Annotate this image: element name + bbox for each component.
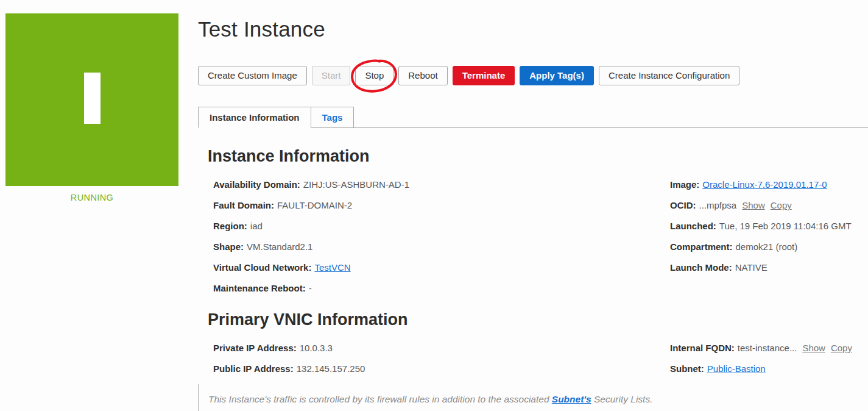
start-button-wrap: Start xyxy=(312,66,351,85)
instance-fields-right: Image:Oracle-Linux-7.6-2019.01.17-0OCID:… xyxy=(670,179,868,304)
vnic-fields-left: Private IP Address:10.0.3.3Public IP Add… xyxy=(213,343,670,384)
field-value: iad xyxy=(250,221,263,231)
start-button: Start xyxy=(312,66,351,85)
field-row-virtual-cloud-network: Virtual Cloud Network:TestVCN xyxy=(213,262,670,283)
reboot-button-wrap: Reboot xyxy=(398,66,447,85)
field-row-internal-fqdn: Internal FQDN:test-instance...ShowCopy xyxy=(670,343,868,363)
create-instance-configuration-button-wrap: Create Instance Configuration xyxy=(599,66,739,85)
apply-tag-s-button[interactable]: Apply Tag(s) xyxy=(520,66,594,85)
copy-link[interactable]: Copy xyxy=(771,200,792,210)
instance-fields-left: Availability Domain:ZIHJ:US-ASHBURN-AD-1… xyxy=(213,179,670,304)
field-value: 10.0.3.3 xyxy=(300,343,333,353)
show-link[interactable]: Show xyxy=(802,343,825,353)
field-row-subnet: Subnet:Public-Bastion xyxy=(670,363,868,384)
field-value: FAULT-DOMAIN-2 xyxy=(277,200,352,210)
terminate-button-wrap: Terminate xyxy=(453,66,515,85)
field-label: Maintenance Reboot: xyxy=(213,283,306,293)
field-label: Launched: xyxy=(670,221,716,231)
field-row-launched: Launched:Tue, 19 Feb 2019 11:04:16 GMT xyxy=(670,221,868,241)
terminate-button[interactable]: Terminate xyxy=(453,66,515,85)
field-label: Subnet: xyxy=(670,363,704,374)
firewall-note-text-before: This Instance's traffic is controlled by… xyxy=(208,394,552,404)
field-label: Fault Domain: xyxy=(213,200,274,210)
field-label: Availability Domain: xyxy=(213,179,300,190)
show-link[interactable]: Show xyxy=(742,200,765,210)
field-label: Private IP Address: xyxy=(213,343,297,353)
subnet-link[interactable]: Subnet's xyxy=(552,394,591,404)
public-bastion-link[interactable]: Public-Bastion xyxy=(707,363,766,374)
apply-tag-s-button-wrap: Apply Tag(s) xyxy=(520,66,594,85)
field-value: NATIVE xyxy=(735,262,767,273)
field-label: Internal FQDN: xyxy=(670,343,735,353)
field-row-maintenance-reboot: Maintenance Reboot:- xyxy=(213,283,670,304)
field-value: VM.Standard2.1 xyxy=(247,241,312,252)
instance-state-icon xyxy=(5,13,178,186)
field-value: test-instance... xyxy=(738,343,797,353)
oracle-linux-7-6-2019-01-17-0-link[interactable]: Oracle-Linux-7.6-2019.01.17-0 xyxy=(702,179,827,190)
field-row-fault-domain: Fault Domain:FAULT-DOMAIN-2 xyxy=(213,200,670,221)
instance-status-label: RUNNING xyxy=(5,193,178,202)
field-row-launch-mode: Launch Mode:NATIVE xyxy=(670,262,868,283)
field-label: Region: xyxy=(213,221,247,231)
stop-button-wrap: Stop xyxy=(355,66,393,85)
field-row-availability-domain: Availability Domain:ZIHJ:US-ASHBURN-AD-1 xyxy=(213,179,670,200)
field-label: Shape: xyxy=(213,241,244,252)
field-row-image: Image:Oracle-Linux-7.6-2019.01.17-0 xyxy=(670,179,868,200)
instance-detail-panel: Test Instance Create Custom ImageStartSt… xyxy=(198,0,868,411)
tab-bar: Instance InformationTags xyxy=(198,107,868,128)
field-row-region: Region:iad xyxy=(213,221,670,241)
reboot-button[interactable]: Reboot xyxy=(398,66,447,85)
field-value: ZIHJ:US-ASHBURN-AD-1 xyxy=(303,179,409,190)
field-row-compartment: Compartment:demok21 (root) xyxy=(670,241,868,262)
field-value: 132.145.157.250 xyxy=(297,363,365,374)
field-value: - xyxy=(309,283,312,293)
field-row-public-ip-address: Public IP Address:132.145.157.250 xyxy=(213,363,670,384)
field-value: demok21 (root) xyxy=(736,241,798,252)
field-row-shape: Shape:VM.Standard2.1 xyxy=(213,241,670,262)
field-label: Compartment: xyxy=(670,241,733,252)
firewall-note-text-after: Security Lists. xyxy=(591,394,653,404)
section-heading-primary-vnic: Primary VNIC Information xyxy=(208,311,868,328)
firewall-note: This Instance's traffic is controlled by… xyxy=(198,384,868,411)
field-label: Image: xyxy=(670,179,699,190)
field-label: Public IP Address: xyxy=(213,363,294,374)
field-row-private-ip-address: Private IP Address:10.0.3.3 xyxy=(213,343,670,363)
vnic-fields-right: Internal FQDN:test-instance...ShowCopySu… xyxy=(670,343,868,384)
copy-link[interactable]: Copy xyxy=(831,343,852,353)
field-value: Tue, 19 Feb 2019 11:04:16 GMT xyxy=(719,221,852,231)
create-custom-image-button[interactable]: Create Custom Image xyxy=(198,66,307,85)
field-value: ...mpfpsa xyxy=(699,200,737,210)
field-label: Virtual Cloud Network: xyxy=(213,262,311,273)
section-primary-vnic: Primary VNIC Information Private IP Addr… xyxy=(198,311,868,384)
tab-tags[interactable]: Tags xyxy=(311,107,355,127)
create-instance-configuration-button[interactable]: Create Instance Configuration xyxy=(599,66,739,85)
instance-state-rail: RUNNING xyxy=(0,0,189,411)
page-title: Test Instance xyxy=(198,15,868,44)
action-bar: Create Custom ImageStartStopRebootTermin… xyxy=(198,66,868,85)
section-instance-information: Instance Information Availability Domain… xyxy=(198,148,868,304)
instance-glyph-bar xyxy=(84,73,101,124)
field-label: Launch Mode: xyxy=(670,262,732,273)
stop-button[interactable]: Stop xyxy=(355,66,393,85)
field-row-ocid: OCID:...mpfpsaShowCopy xyxy=(670,200,868,221)
testvcn-link[interactable]: TestVCN xyxy=(314,262,350,273)
create-custom-image-button-wrap: Create Custom Image xyxy=(198,66,307,85)
section-heading-instance-information: Instance Information xyxy=(208,148,868,165)
tab-instance-information[interactable]: Instance Information xyxy=(198,107,311,128)
field-label: OCID: xyxy=(670,200,696,210)
